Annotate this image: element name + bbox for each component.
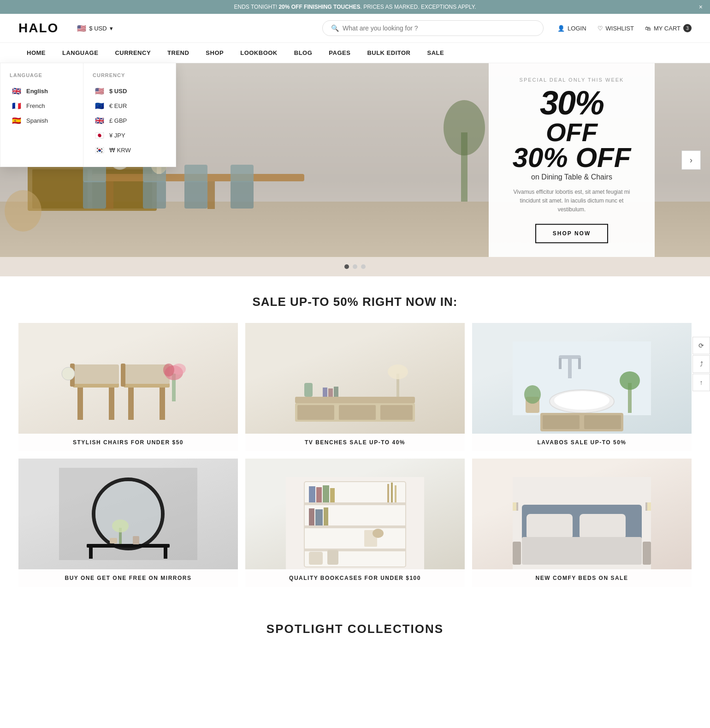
tv-benches-image — [245, 323, 465, 434]
language-french[interactable]: 🇫🇷 French — [10, 98, 74, 113]
svg-marker-101 — [647, 502, 651, 511]
sale-card-bookcases[interactable]: QUALITY BOOKCASES FOR UNDER $100 — [245, 459, 465, 587]
svg-rect-76 — [304, 502, 406, 505]
svg-rect-88 — [395, 485, 396, 502]
search-bar: 🔍 — [322, 20, 544, 36]
currency-krw[interactable]: 🇰🇷 ₩ KRW — [93, 143, 166, 157]
wishlist-button[interactable]: ♡ WISHLIST — [598, 25, 634, 32]
svg-rect-25 — [77, 388, 83, 420]
svg-rect-77 — [304, 525, 406, 528]
svg-rect-72 — [133, 536, 139, 544]
heart-icon: ♡ — [598, 25, 603, 32]
svg-point-63 — [524, 385, 541, 404]
sale-section: SALE UP-TO 50% RIGHT NOW IN: — [0, 276, 710, 587]
svg-rect-47 — [323, 388, 327, 397]
hero-dot-2[interactable] — [353, 264, 357, 269]
chairs-image — [18, 323, 238, 434]
cart-button[interactable]: 🛍 MY CART 3 — [645, 24, 692, 32]
banner-close-button[interactable]: × — [699, 3, 703, 11]
currency-jpy[interactable]: 🇯🇵 ¥ JPY — [93, 128, 166, 143]
svg-rect-27 — [73, 364, 119, 384]
banner-text: ENDS TONIGHT! 20% OFF FINISHING TOUCHES.… — [234, 4, 476, 10]
currency-selector[interactable]: 🇺🇸 $ USD ▾ — [77, 24, 112, 33]
hero-dot-3[interactable] — [361, 264, 366, 269]
svg-rect-17 — [231, 165, 254, 182]
history-tool-button[interactable]: ⟳ — [692, 337, 710, 354]
cart-label: MY CART — [654, 25, 680, 32]
login-icon: 👤 — [557, 25, 565, 32]
bookcases-label: QUALITY BOOKCASES FOR UNDER $100 — [245, 569, 465, 587]
svg-rect-16 — [231, 181, 254, 209]
nav-language[interactable]: LANGUAGE — [54, 43, 106, 63]
currency-gbp-label: £ GBP — [109, 117, 127, 124]
svg-rect-67 — [87, 544, 170, 548]
jpy-flag-icon: 🇯🇵 — [95, 131, 105, 139]
mega-dropdown: LANGUAGE 🇬🇧 English 🇫🇷 French 🇪🇸 Spanish… — [0, 63, 176, 167]
nav-sale[interactable]: SALE — [419, 43, 452, 63]
nav-blog[interactable]: BLOG — [286, 43, 321, 63]
mirrors-label: BUY ONE GET ONE FREE ON MIRRORS — [18, 569, 238, 587]
svg-point-38 — [62, 367, 75, 380]
svg-rect-98 — [516, 502, 518, 511]
nav-home[interactable]: HOME — [18, 43, 54, 63]
hero-next-arrow[interactable]: › — [681, 150, 701, 170]
shop-now-button[interactable]: SHOP NOW — [535, 224, 608, 243]
share-tool-button[interactable]: ⤴ — [692, 355, 710, 373]
currency-flag: 🇺🇸 — [77, 24, 86, 33]
search-input[interactable] — [343, 24, 535, 32]
sale-grid-row2: BUY ONE GET ONE FREE ON MIRRORS — [18, 459, 692, 587]
login-button[interactable]: 👤 LOGIN — [557, 25, 586, 32]
deal-subtitle: on Dining Table & Chairs — [512, 173, 632, 181]
currency-krw-label: ₩ KRW — [109, 147, 131, 154]
nav-shop[interactable]: SHOP — [197, 43, 232, 63]
sale-card-lavabos[interactable]: LAVABOS SALE UP-TO 50% — [472, 323, 692, 451]
currency-dropdown-title: CURRENCY — [93, 72, 166, 78]
nav-trend[interactable]: TREND — [159, 43, 197, 63]
currency-usd[interactable]: 🇺🇸 $ USD — [93, 84, 166, 98]
share-icon: ⤴ — [700, 360, 703, 368]
svg-rect-85 — [324, 507, 328, 525]
svg-rect-81 — [323, 485, 329, 502]
nav-pages[interactable]: PAGES — [320, 43, 359, 63]
svg-point-56 — [554, 391, 609, 410]
header: HALO 🇺🇸 $ USD ▾ 🔍 👤 LOGIN ♡ WISHLIST 🛍 M… — [0, 14, 710, 43]
sale-card-beds[interactable]: NEW COMFY BEDS ON SALE — [472, 459, 692, 587]
svg-rect-10 — [83, 181, 106, 209]
wishlist-label: WISHLIST — [606, 25, 634, 32]
language-spanish[interactable]: 🇪🇸 Spanish — [10, 113, 74, 128]
language-french-label: French — [26, 102, 45, 109]
svg-rect-12 — [143, 181, 166, 209]
svg-rect-73 — [110, 538, 117, 543]
svg-rect-58 — [543, 415, 580, 429]
banner-prefix: ENDS TONIGHT! — [234, 4, 278, 10]
nav-bulk-editor[interactable]: BULK EDITOR — [359, 43, 419, 63]
svg-rect-52 — [559, 355, 581, 359]
svg-point-20 — [5, 190, 41, 232]
french-flag-icon: 🇫🇷 — [12, 102, 22, 109]
sale-card-chairs[interactable]: STYLISH CHAIRS FOR UNDER $50 — [18, 323, 238, 451]
svg-rect-78 — [304, 549, 406, 551]
sale-card-mirrors[interactable]: BUY ONE GET ONE FREE ON MIRRORS — [18, 459, 238, 587]
gbp-flag-icon: 🇬🇧 — [95, 117, 105, 124]
currency-gbp[interactable]: 🇬🇧 £ GBP — [93, 113, 166, 128]
currency-eur-label: € EUR — [109, 102, 127, 109]
sale-card-tv-benches[interactable]: TV BENCHES SALE UP-TO 40% — [245, 323, 465, 451]
svg-marker-99 — [513, 502, 516, 511]
svg-rect-9 — [207, 181, 215, 209]
nav-lookbook[interactable]: LOOKBOOK — [232, 43, 286, 63]
history-icon: ⟳ — [698, 342, 704, 349]
spotlight-section: SPOTLIGHT COLLECTIONS — [0, 594, 710, 650]
svg-rect-92 — [327, 550, 338, 565]
logo[interactable]: HALO — [18, 21, 59, 36]
svg-rect-41 — [297, 405, 334, 420]
currency-dropdown: CURRENCY 🇺🇸 $ USD 🇪🇺 € EUR 🇬🇧 £ GBP 🇯🇵 ¥… — [83, 63, 176, 167]
svg-rect-80 — [316, 487, 322, 502]
scroll-up-tool-button[interactable]: ↑ — [692, 374, 710, 391]
language-english[interactable]: 🇬🇧 English — [10, 84, 74, 98]
hero-dot-1[interactable] — [344, 264, 349, 269]
svg-rect-43 — [380, 405, 413, 420]
header-actions: 👤 LOGIN ♡ WISHLIST 🛍 MY CART 3 — [557, 24, 692, 32]
banner-suffix: . PRICES AS MARKED. EXCEPTIONS APPLY. — [361, 4, 476, 10]
nav-currency[interactable]: CURRENCY — [106, 43, 159, 63]
currency-eur[interactable]: 🇪🇺 € EUR — [93, 98, 166, 113]
